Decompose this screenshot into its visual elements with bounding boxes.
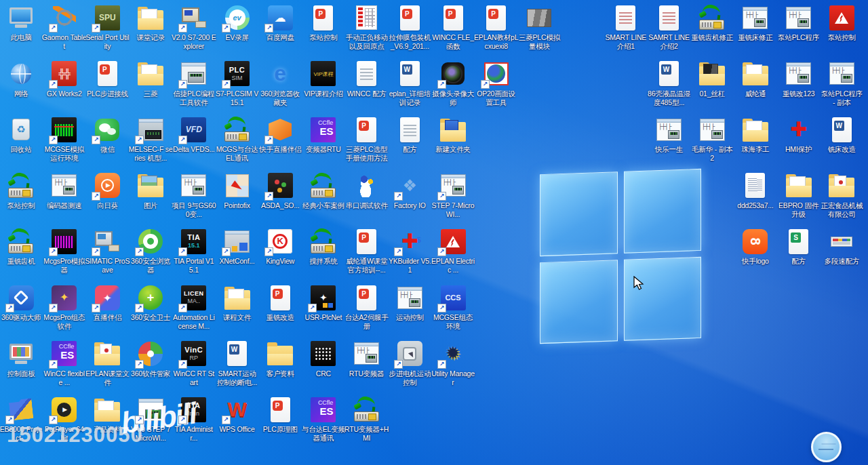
desktop-icon[interactable]: WINCC 配方 [346,60,388,98]
desktop-icon[interactable]: Weplan_详细培训记录 [389,60,431,107]
desktop-icon[interactable]: CCfleES与台达EL变频器通讯 [302,395,344,443]
desktop-icon[interactable]: ↗MELSEC-F series 机型... [130,115,172,163]
desktop-icon[interactable]: ♻回收站 [0,115,42,154]
desktop-icon[interactable]: ↗信捷PLC编程工具软件 [173,60,215,107]
desktop-icon[interactable]: ├┼┤├RTU变频器 [346,340,388,378]
desktop-icon[interactable]: PEPLAN教材pLcxuexi8 [475,3,517,51]
desktop-icon[interactable]: 手动正负移动以及回原点 [346,3,388,51]
desktop-icon[interactable]: P重铣改造 [259,283,301,322]
desktop-icon[interactable]: ✚5↗YKBuilder V5.1 [389,227,431,275]
desktop-icon[interactable]: ↗360软件管家 [130,340,172,378]
desktop-icon[interactable]: 配方 [389,115,431,154]
desktop-icon[interactable]: 01_丝杠 [691,60,733,98]
desktop-icon[interactable]: LICENMA..↗Automation License M... [173,283,215,331]
desktop-icon[interactable]: 多段速配方 [821,227,863,266]
desktop-icon[interactable]: P台达A2伺服手册 [346,283,388,331]
desktop-icon[interactable]: SMART LINE 介绍1 [605,3,647,51]
desktop-icon[interactable]: 网络 [0,60,42,98]
desktop-icon[interactable]: CCS↗MCGSE组态环境 [432,283,474,331]
desktop-icon[interactable]: 新建文件夹 [432,115,474,154]
desktop-icon[interactable]: 经典小车案例 [302,171,344,210]
desktop-icon[interactable]: ├┼┤├编码器测速 [43,171,85,210]
desktop-icon[interactable]: ddd253a7... [734,171,776,210]
desktop-icon[interactable]: ↗Gaomon Tablet [43,3,85,51]
desktop-icon[interactable]: ├┼┤├重铣改123 [778,60,820,98]
desktop-icon[interactable]: ├┼┤├项目 9与GS600变... [173,171,215,219]
desktop-icon[interactable]: ↗微信 [86,115,128,154]
desktop-icon[interactable]: PPLC原理图 [259,395,301,434]
desktop-icon[interactable]: 客户资料 [259,340,301,378]
desktop-icon[interactable]: ├┼┤├重铣床修正 [734,3,776,42]
desktop-icon[interactable]: PLCSIM↗S7-PLCSIM V15.1 [216,60,258,107]
desktop-icon[interactable]: ☁↗百度网盘 [259,3,301,42]
floating-ball-widget[interactable] [811,432,842,462]
desktop-icon[interactable]: CCfleES变频器RTU [302,115,344,154]
desktop-icon[interactable]: EPLAN课堂文件 [86,340,128,387]
desktop-icon[interactable]: ↗V2.0 S7-200 Explorer [173,3,215,51]
desktop-icon[interactable]: CRC [302,340,344,378]
desktop-icon[interactable]: 8快手logo [734,227,776,266]
desktop-icon[interactable]: 控制面板 [0,340,42,378]
desktop-icon[interactable]: S配方 [778,227,820,266]
desktop-icon[interactable]: 串口调试软件 [346,171,388,210]
desktop-icon[interactable]: ↗SIMATIC ProSave [86,227,128,275]
desktop-icon[interactable]: ↗360驱动大师 [0,283,42,322]
desktop-icon[interactable]: ↗McgsPro模拟器 [43,227,85,275]
desktop-icon[interactable]: P泵站控制 [302,3,344,42]
desktop-icon[interactable]: P拉伸膜包装机_V6.9_201... [389,3,431,51]
desktop-icon[interactable]: ╬╬↗GX Works2 [43,60,85,98]
desktop-icon[interactable]: ↗MCGSE模拟运行环境 [43,115,85,163]
desktop-icon[interactable]: P三菱PLC选型手册使用方法 [346,115,388,163]
desktop-icon[interactable]: PWINCC FLE_函数 [432,3,474,51]
desktop-icon[interactable]: ├┼┤├快乐一生 [648,115,690,154]
desktop-icon[interactable]: ↗快手直播伴侣 [259,115,301,154]
desktop-icon[interactable]: Pointofix [216,171,258,210]
desktop-icon[interactable]: 泵站控制 [821,3,863,42]
desktop-icon[interactable]: VinCRP↗WinCC RT Start [173,340,215,387]
desktop-icon[interactable]: e360浏览器收藏夹 [259,60,301,107]
desktop-icon[interactable]: SPU↗Serial Port Utility [86,3,128,51]
desktop-icon[interactable]: 搅拌系统 [302,227,344,266]
desktop-icon[interactable]: 威纶通 [734,60,776,98]
desktop-icon[interactable]: 此电脑 [0,3,42,42]
desktop-icon[interactable]: ▶↗向日葵 [86,171,128,210]
desktop-icon[interactable]: 重铣齿机 [0,227,42,266]
desktop-icon[interactable]: ✦↗McgsPro组态软件 [43,283,85,331]
desktop-icon[interactable]: W↗WPS Office [216,395,258,434]
desktop-icon[interactable]: ✹↗Utility Manager [432,340,474,387]
desktop-icon[interactable]: +↗360安全卫士 [130,283,172,322]
desktop-icon[interactable]: ev↗EV录屏 [216,3,258,42]
desktop-icon[interactable]: VIP课程VIP课程介绍 [302,60,344,98]
desktop-icon[interactable]: 课堂记录 [130,3,172,42]
desktop-icon[interactable]: P威纶通W课堂官方培训--... [346,227,388,275]
desktop-icon[interactable]: MCGS与台达EL通讯 [216,115,258,163]
desktop-icon[interactable]: 课程文件 [216,283,258,322]
desktop-icon[interactable]: 三菱PLC模拟量模块 [518,3,560,51]
desktop-icon[interactable]: ↗EPLAN Electric ... [432,227,474,275]
desktop-icon[interactable]: 重铣齿机修正 [691,3,733,42]
desktop-icon[interactable]: ↗360安全浏览器 [130,227,172,275]
desktop-icon[interactable]: SAMRT LINE 介绍2 [648,3,690,51]
desktop-icon[interactable]: ├┼┤├泵站PLC程序 - 副本 [821,60,863,107]
desktop-icon[interactable]: 珠海李工 [734,115,776,154]
desktop-icon[interactable]: ├┼┤├毛新华 - 副本 2 [691,115,733,163]
desktop-icon[interactable]: ├┼┤├运动控制 [389,283,431,322]
desktop-icon[interactable]: VFD↗Delta VFDS... [173,115,215,154]
desktop-icon[interactable]: WSMART运动控制的断电... [216,340,258,387]
desktop-icon[interactable]: ✦↗直播伴侣 [86,283,128,322]
desktop-icon[interactable]: TIA15.1↗TIA Portal V15.1 [173,227,215,275]
desktop-icon[interactable]: RTU变频器+HMI [346,395,388,443]
desktop-icon[interactable]: CCfleES↗WinCC flexible ... [43,340,85,387]
desktop-icon[interactable]: ├┼┤├泵站PLC程序 [778,3,820,42]
desktop-icon[interactable]: EBPRO 固件升级 [778,171,820,219]
desktop-icon[interactable]: W铣床改造 [821,115,863,154]
desktop-icon[interactable]: ↗ASDA_SO... [259,171,301,210]
desktop-icon[interactable]: ↗摄像头录像大师 [432,60,474,107]
desktop-icon[interactable]: W86壳液晶温湿度485型... [648,60,690,107]
desktop-icon[interactable]: ✚HMI保护 [778,115,820,154]
desktop-icon[interactable]: 三菱 [130,60,172,98]
desktop-icon[interactable]: ↗OP20画面设置工具 [475,60,517,107]
desktop-icon[interactable]: K↗KingView [259,227,301,266]
desktop-icon[interactable]: 图片 [130,171,172,210]
desktop-icon[interactable]: ❖↗Factory IO [389,171,431,210]
